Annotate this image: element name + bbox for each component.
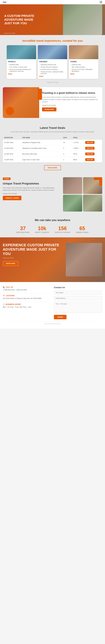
tours-item-1: Preferred rates [70, 64, 97, 66]
footer-call: 📞 CALL US +1 800 603.4732, +1 800 123-45… [3, 286, 51, 291]
stat-ideas-number: 65 [76, 226, 88, 231]
unique-image-4 [83, 195, 102, 212]
experience-section: Experience Custom Private Adventure Made… [0, 237, 105, 282]
departure-2: 13 SEP 2023 [3, 145, 21, 151]
view-trip-2[interactable]: VIEW TRIP [85, 147, 94, 150]
stat-coffee: 156 CUPS OF COFFEE [55, 226, 70, 233]
tours-more-link[interactable]: MORE [70, 73, 74, 75]
col-action [84, 136, 102, 140]
experience-image-credit: Image from Freepik [3, 257, 63, 259]
stat-destinations-label: DESTINATIONS [16, 232, 29, 233]
footer-bottom-text: Enter the first word per rules [3, 322, 102, 324]
stat-destinations-number: 37 [16, 226, 29, 231]
view-trip-1[interactable]: VIEW TRIP [85, 141, 94, 144]
call-label: 📞 CALL US [3, 286, 51, 288]
stress-section: Traveling is a good method to release st… [0, 86, 105, 122]
tours-item-3: Access to more than 2,500 global destina… [70, 68, 97, 72]
card-cruises: CRUISES Dedicated onboard hosts Private … [38, 45, 67, 79]
trip-2: Jalandhar to Canadian North Coast [21, 145, 62, 151]
unique-image-3 [63, 195, 82, 212]
stat-coffee-label: CUPS OF COFFEE [55, 232, 70, 233]
unique-title: Unique Travel Programmes [3, 182, 60, 185]
unique-image-1 [63, 177, 82, 194]
deals-read-more-button[interactable]: READ MORE [44, 165, 61, 170]
hamburger-menu[interactable] [100, 1, 102, 3]
col-days: DAYS [62, 136, 72, 140]
stress-orange-accent [38, 88, 42, 100]
card-tours: TOURS Preferred rates 200+ vetted provid… [69, 45, 98, 79]
hotels-item-2: 4 km. dining, or resort credit [8, 66, 35, 68]
contact-email-input[interactable] [54, 296, 102, 300]
col-trip-name: TRIP NAME [21, 136, 62, 140]
hotels-item-3: Access to exclusive amenities and experi… [8, 68, 35, 72]
stats-section: We can take you anywhere 37 DESTINATIONS… [0, 214, 105, 237]
unique-body: Sem integer vitae justo eget magna ferme… [3, 187, 60, 191]
hotels-more-link[interactable]: MORE [8, 73, 12, 75]
cruises-image [38, 45, 67, 59]
table-row: 13 SEP 2023 Cape Town to Cape Town 1 560… [3, 157, 102, 162]
curated-section: Incredible travel experiences, curated f… [0, 35, 105, 86]
stress-title: Traveling is a good method to release st… [42, 92, 99, 94]
card-hotels: HOTELS Breakfast daily 4 km. dining, or … [7, 45, 36, 79]
hours-label: 🕒 BUSINESS HOURS [3, 303, 51, 305]
stress-image-credit: Image From Freepik [42, 104, 99, 106]
stat-destinations: 37 DESTINATIONS [16, 226, 29, 233]
hero-title: A CUSTOM PRIVATE ADVENTURE MADE JUST FOR… [4, 14, 41, 25]
view-trip-4[interactable]: VIEW TRIP [85, 158, 94, 161]
stress-content: Traveling is a good method to release st… [39, 87, 102, 118]
cruises-more-link[interactable]: MORE [39, 76, 43, 77]
tours-item-2: 200+ vetted providers [70, 66, 97, 68]
stat-ideas-label: UNIQUE IDEAS [76, 232, 88, 233]
contact-message-textarea[interactable] [54, 302, 102, 313]
view-trip-3[interactable]: VIEW TRIP [85, 152, 94, 155]
location-icon: 📍 [3, 295, 5, 297]
col-departure: DEPARTURE [3, 136, 21, 140]
hours-value: Mon – Fri: 9 am – 6 pm, Sat: 9 am – 1 pm [3, 306, 51, 308]
unique-credit: Images from Freepik [3, 192, 60, 195]
days-1: 10 [62, 140, 72, 145]
trip-4: Cape Town to Cape Town [21, 157, 62, 162]
price-3: 970 $ [72, 151, 84, 157]
table-row: 13 SEP 2023 Jalandhar to Niagara Falls 1… [3, 140, 102, 145]
col-price: PRICE [72, 136, 84, 140]
footer-form: Contact Us SUBMIT [54, 286, 102, 319]
cruises-item-2: Private welcome receptions [39, 66, 66, 68]
curated-title: Incredible travel experiences, curated f… [3, 39, 102, 42]
stat-coffee-number: 156 [55, 226, 70, 231]
tours-title: TOURS [70, 60, 97, 63]
trip-3: Bermuda to Bermuda [21, 151, 62, 157]
departure-1: 13 SEP 2023 [3, 140, 21, 145]
departure-4: 13 SEP 2023 [3, 157, 21, 162]
stress-left-image [3, 87, 39, 118]
hotels-title: HOTELS [8, 60, 35, 63]
price-1: 1.722 $ [72, 140, 84, 145]
unique-left-content: TRAVEL Unique Travel Programmes Sem inte… [3, 177, 63, 212]
stress-body: Lorem ipsum dolor sit amet, consectetur … [42, 96, 99, 103]
unique-tours-button[interactable]: VIEW ALL TOURS [3, 196, 21, 200]
footer-location: 📍 LOCATION 123, Rock Street, 21 Avenue, … [3, 295, 51, 300]
deals-table: DEPARTURE TRIP NAME DAYS PRICE 13 SEP 20… [3, 136, 102, 162]
contact-submit-button[interactable]: SUBMIT [54, 315, 66, 319]
header-logo: logo [3, 1, 6, 3]
unique-inner: TRAVEL Unique Travel Programmes Sem inte… [3, 177, 102, 212]
experience-left: Experience Custom Private Adventure Made… [3, 243, 63, 266]
header: logo [0, 0, 105, 4]
phone-icon: 📞 [3, 286, 5, 288]
deals-title: Latest Travel Deals [3, 126, 102, 130]
location-value: 123, Rock Street, 21 Avenue, New York, N… [3, 297, 51, 300]
trip-1: Jalandhar to Niagara Falls [21, 140, 62, 145]
table-row: 13 SEP 2023 Jalandhar to Canadian North … [3, 145, 102, 151]
footer-info: 📞 CALL US +1 800 603.4732, +1 800 123-45… [3, 286, 51, 319]
deals-section: Latest Travel Deals Lorem ipsum dolor si… [0, 122, 105, 174]
hero-right-image [63, 4, 102, 35]
deals-subtitle: Lorem ipsum dolor sit amet, consectetur … [3, 130, 102, 133]
contact-name-input[interactable] [54, 290, 102, 295]
experience-book-button[interactable]: BOOK NOW [3, 261, 18, 266]
unique-corner-decoration [94, 177, 102, 186]
stat-clients: 10k HAPPY CLIENTS [35, 226, 49, 233]
stress-book-button[interactable]: BOOK NOW [42, 108, 56, 111]
stat-clients-number: 10k [35, 226, 49, 231]
curated-image-credits: Images from Freepik [3, 82, 102, 84]
cruises-item-1: Dedicated onboard hosts [39, 64, 66, 66]
contact-form-title: Contact Us [54, 286, 102, 288]
